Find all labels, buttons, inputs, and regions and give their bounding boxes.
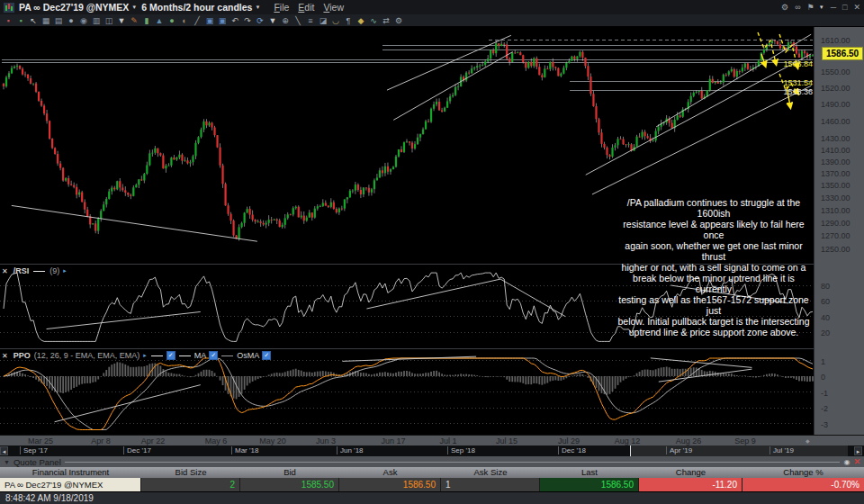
col-ask[interactable]: Ask [339,467,441,478]
titlebar: PA ∞ Dec27'19 @NYMEX ▼ 6 Months/2 hour c… [0,0,864,14]
ppo-format-icon[interactable]: ▸ [143,352,147,359]
col-change[interactable]: Change [639,467,742,478]
chart-navigator[interactable]: ◂ ▸ Sep '17Dec '17Mar '18Jun '18Sep '18D… [0,446,864,456]
panel-blue2-icon[interactable]: ▣ [217,15,228,26]
bubble-icon[interactable]: ● [166,15,177,26]
nav-range-label: Sep '17 [20,446,48,454]
quote-change: -11.20 [639,478,742,491]
rsi-title[interactable]: /RSI [14,266,30,275]
settings-icon[interactable]: ⚙ [393,15,404,26]
date-tick-label: Jun 17 [381,436,405,446]
date-axis-marker-icon: ◆ [806,437,810,444]
ppo-legend-checkbox[interactable]: ✓ [262,351,271,360]
date-tick-label: Apr 22 [141,436,166,446]
col-ask-size[interactable]: Ask Size [441,467,540,478]
app-icon [4,3,14,13]
quote-ask: 1586.50 [339,478,441,491]
maximize-icon[interactable]: □ [842,3,847,12]
ppo-title[interactable]: PPO [14,351,31,360]
pointer-icon[interactable]: ↖ [28,15,39,26]
date-tick-label: Jun 3 [316,436,336,446]
dropdown-filter-icon[interactable]: ▼ [267,15,278,26]
rsi-format-icon[interactable]: ▸ [63,267,67,274]
text-note-icon[interactable]: ¶ [343,15,354,26]
quote-row[interactable]: PA ∞ Dec27'19 @NYMEX 2 1585.50 1586.50 1… [0,478,864,491]
nav-left-arrow[interactable]: ◂ [0,446,8,455]
quote-bid-size: 2 [141,478,240,491]
quote-panel-close-icon[interactable]: ✕ [853,457,860,466]
date-tick-label: Sep 9 [734,436,756,446]
rsi-line-sample [33,271,45,272]
price-axis[interactable]: 1610.001580.001550.001520.001490.001460.… [814,27,864,435]
interval-label[interactable]: 6 Months/2 hour candles [141,2,252,13]
grid-icon[interactable]: ▦ [40,15,51,26]
date-tick-label: May 6 [205,436,228,446]
connection-status-icon[interactable]: ▪ [3,15,14,26]
new-window-icon[interactable]: ◫ [104,15,114,26]
refresh-icon[interactable]: ⟳ [255,15,266,26]
price-axis-label: 1550.00 [821,68,850,76]
filter-icon[interactable]: ▼ [116,15,127,26]
trendline-icon[interactable]: ╲ [292,15,303,26]
link-icon[interactable]: ∞ [795,3,800,12]
fib-icon[interactable]: ≡ [305,15,316,26]
symbol-dropdown-icon[interactable]: ▼ [131,4,137,10]
col-last[interactable]: Last [540,467,639,478]
quote-instrument[interactable]: PA ∞ Dec27'19 @NYMEX [0,478,141,491]
bar-chart-icon[interactable]: ▮ [141,15,152,26]
undo-icon[interactable]: ↶ [230,15,240,26]
panel-blue-icon[interactable]: ▣ [204,15,215,26]
col-financial-instrument[interactable]: Financial Instrument [0,467,141,478]
camera-icon[interactable]: ◉ [78,15,89,26]
nav-right-arrow[interactable]: ▸ [854,446,862,455]
compare-icon[interactable]: ⇄ [381,15,392,26]
interval-dropdown-icon[interactable]: ▼ [255,4,260,10]
price-axis-label: 1390.00 [821,158,850,166]
account-icon[interactable]: ● [66,15,76,26]
redo-icon[interactable]: ↷ [242,15,253,26]
indicator-icon[interactable]: ∿ [368,15,379,26]
quote-change-pct: -0.70% [742,478,864,491]
layout-icon[interactable]: ▥ [91,15,102,26]
crosshair-icon[interactable]: ⊕ [280,15,291,26]
ppo-close-icon[interactable]: ✕ [2,352,8,360]
ppo-legend-checkbox[interactable]: ✓ [209,351,218,360]
date-axis[interactable]: Mar 25Apr 8Apr 22May 6May 20Jun 3Jun 17J… [0,435,864,446]
up-trend-icon[interactable]: ▲ [154,15,165,26]
symbol-label[interactable]: PA ∞ Dec27'19 @NYMEX [19,2,129,13]
globe-icon[interactable]: ◐ [179,15,190,26]
nav-range-label: Apr '19 [666,446,692,454]
ppo-param: (12, 26, 9 - EMA, EMA, EMA) [34,351,140,360]
nav-thumb[interactable] [630,446,848,456]
rsi-close-icon[interactable]: ✕ [2,267,8,275]
col-bid-size[interactable]: Bid Size [141,467,240,478]
col-change-pct[interactable]: Change % [742,467,864,478]
price-axis-label: 1370.00 [821,169,850,178]
watchlist-icon[interactable]: ▤ [53,15,64,26]
pencil-icon[interactable]: ✎ [129,15,140,26]
bell-icon[interactable]: ◉ [843,458,850,466]
quote-panel-header: ▼ Quote Panel ◉ ✕ [0,456,864,467]
eraser-icon[interactable]: ◪ [318,15,328,26]
col-bid[interactable]: Bid [240,467,339,478]
menu-edit[interactable]: Edit [298,2,314,13]
menu-file[interactable]: File [274,2,289,13]
price-axis-label: 1310.00 [821,206,850,215]
gear-icon[interactable]: ⚙ [781,3,788,12]
quote-panel-collapse-icon[interactable]: ▼ [4,459,10,465]
menu-view[interactable]: View [323,2,344,13]
quote-column-headers: Financial Instrument Bid Size Bid Ask As… [0,467,864,478]
pin-icon[interactable]: ⚑ [807,3,814,12]
rsi-axis-label: 60 [821,297,830,306]
alert-icon[interactable]: ◆ [356,15,366,26]
magnet-icon[interactable]: ◡ [330,15,341,26]
ruler-icon[interactable]: ╱ [192,15,202,26]
ppo-axis-label: 0 [821,373,825,382]
ppo-axis-label: 1 [821,357,825,366]
ppo-axis-label: -2 [821,404,828,413]
data-status-icon[interactable]: ▪ [15,15,26,26]
minimize-icon[interactable]: ─ [831,3,836,12]
ppo-legend-checkbox[interactable]: ✓ [166,351,176,360]
close-icon[interactable]: ✕ [853,3,860,12]
pin-dropdown-icon[interactable]: ▼ [819,4,824,10]
